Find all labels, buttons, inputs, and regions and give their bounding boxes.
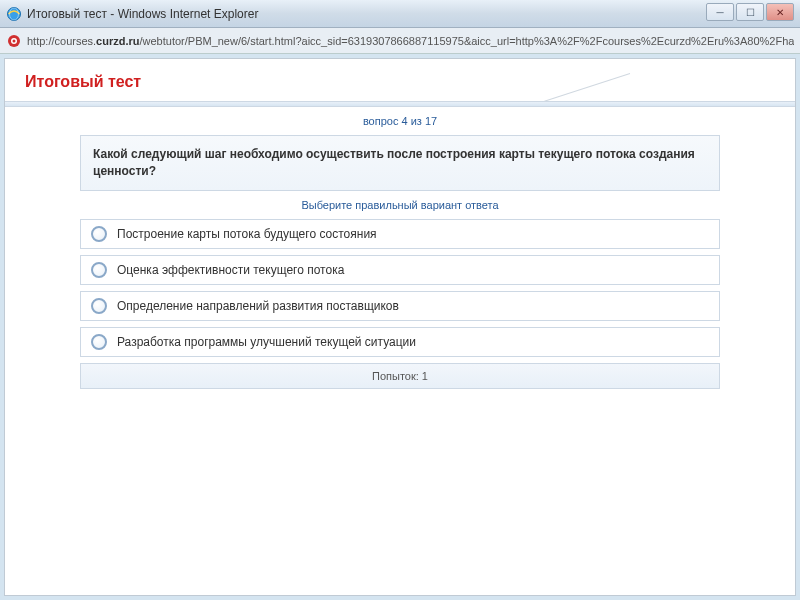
maximize-button[interactable]: ☐ [736,3,764,21]
header-band [5,101,795,107]
option-3[interactable]: Определение направлений развития поставщ… [80,291,720,321]
attempts-value: 1 [422,370,428,382]
option-label: Разработка программы улучшений текущей с… [117,335,416,349]
option-label: Определение направлений развития поставщ… [117,299,399,313]
svg-point-4 [13,39,16,42]
url-prefix: http://courses. [27,35,96,47]
radio-icon [91,262,107,278]
instruction-text: Выберите правильный вариант ответа [80,199,720,211]
close-button[interactable]: ✕ [766,3,794,21]
radio-icon [91,298,107,314]
url-host: curzd.ru [96,35,139,47]
minimize-button[interactable]: ─ [706,3,734,21]
option-label: Построение карты потока будущего состоян… [117,227,377,241]
window-titlebar: Итоговый тест - Windows Internet Explore… [0,0,800,28]
question-progress: вопрос 4 из 17 [80,115,720,127]
quiz-container: вопрос 4 из 17 Какой следующий шаг необх… [80,115,720,389]
question-text: Какой следующий шаг необходимо осуществи… [80,135,720,191]
window-controls: ─ ☐ ✕ [706,3,794,21]
site-icon [6,33,22,49]
attempts-box: Попыток: 1 [80,363,720,389]
attempts-label: Попыток: [372,370,419,382]
ie-icon [6,6,22,22]
option-4[interactable]: Разработка программы улучшений текущей с… [80,327,720,357]
address-bar[interactable]: http://courses.curzd.ru/webtutor/PBM_new… [0,28,800,54]
url-text: http://courses.curzd.ru/webtutor/PBM_new… [27,35,794,47]
option-label: Оценка эффективности текущего потока [117,263,344,277]
window-title: Итоговый тест - Windows Internet Explore… [27,7,258,21]
radio-icon [91,226,107,242]
page-content: Итоговый тест вопрос 4 из 17 Какой следу… [4,58,796,596]
option-2[interactable]: Оценка эффективности текущего потока [80,255,720,285]
page-title: Итоговый тест [25,73,775,91]
options-list: Построение карты потока будущего состоян… [80,219,720,357]
option-1[interactable]: Построение карты потока будущего состоян… [80,219,720,249]
url-rest: /webtutor/PBM_new/6/start.html?aicc_sid=… [140,35,795,47]
radio-icon [91,334,107,350]
